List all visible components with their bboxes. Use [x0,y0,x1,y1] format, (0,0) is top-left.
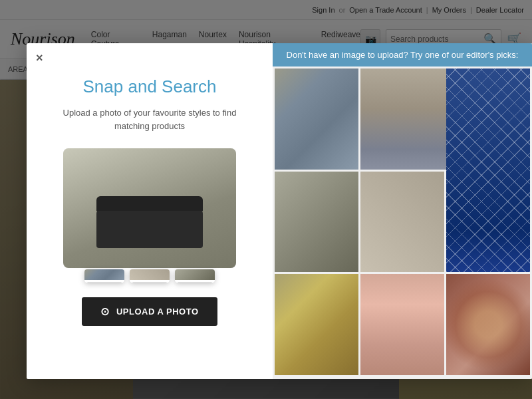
snap-search-modal: × Snap and Search Upload a photo of your… [27,43,532,379]
rug-grid-item-4[interactable] [360,172,444,273]
rug-swatch-8 [446,274,530,375]
modal-left-panel: × Snap and Search Upload a photo of your… [27,43,273,379]
rug-swatch-1 [275,68,358,170]
upload-button-label: UPLOAD A PHOTO [116,307,199,317]
rug-grid-item-3[interactable] [275,172,358,273]
rug-line [178,282,212,283]
close-button[interactable]: × [36,51,43,65]
rug-grid [273,66,532,379]
upload-camera-icon: ⊙ [100,305,110,318]
rug-swatch-7 [360,274,444,375]
upload-photo-button[interactable]: ⊙ UPLOAD A PHOTO [82,297,217,326]
rug-swatch-5 [446,68,530,272]
room-image [63,148,236,268]
modal-title: Snap and Search [83,76,217,97]
modal-right-panel: Don't have an image to upload? Try one o… [273,43,532,379]
rug-thumb-lines-2 [130,280,170,283]
room-preview [63,148,236,268]
rug-grid-item-5[interactable] [446,68,530,272]
modal-subtitle: Upload a photo of your favourite styles … [47,106,253,132]
rug-swatch-3 [275,172,358,273]
rug-thumbnail-1[interactable] [84,269,124,283]
rug-thumbnail-3[interactable] [175,269,215,283]
rug-thumbnails [84,269,215,283]
rug-swatch-6 [275,274,358,375]
sofa-illustration [96,208,203,248]
rug-swatch-4 [360,172,444,273]
rug-thumb-img-3 [175,269,215,280]
rug-thumbnail-2[interactable] [130,269,170,283]
rug-grid-item-1[interactable] [275,68,358,170]
rug-line [132,282,167,283]
rug-grid-item-6[interactable] [275,274,358,375]
rug-line [87,282,122,283]
rug-thumb-img-1 [84,269,124,280]
picks-header: Don't have an image to upload? Try one o… [273,43,532,66]
rug-thumb-lines-1 [84,280,124,283]
rug-thumb-img-2 [130,269,170,280]
rug-grid-item-8[interactable] [446,274,530,375]
rug-grid-item-7[interactable] [360,274,444,375]
rug-thumb-lines-3 [175,280,215,283]
